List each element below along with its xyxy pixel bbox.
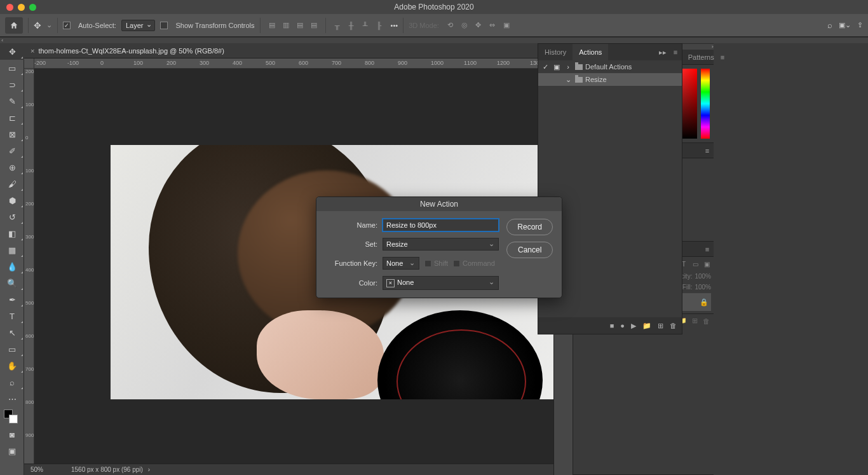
- ruler-vertical[interactable]: 20010001002003004005006007008009001000: [24, 69, 34, 464]
- panel-menu-icon[interactable]: ≡: [701, 242, 714, 256]
- layer-lock-icon: 🔒: [700, 298, 709, 306]
- eyedropper-tool[interactable]: ✐: [0, 142, 24, 159]
- filter-smart-icon[interactable]: ▣: [702, 260, 711, 269]
- document-tab[interactable]: × thom-holmes-Ct_WqIX28EA-unsplash.jpg @…: [24, 43, 231, 59]
- show-transform-label: Show Transform Controls: [175, 22, 254, 29]
- screen-mode-tool[interactable]: ▣: [0, 443, 24, 459]
- toolbox: ✥ ▭ ⊃ ✎ ⊏ ⊠ ✐ ⊕ 🖌 ⬢ ↺ ◧ ▦ 💧 🔍 ✒ T ↖ ▭ ✋ …: [0, 43, 24, 475]
- align-top-icon[interactable]: ▤: [308, 19, 320, 32]
- frame-tool[interactable]: ⊠: [0, 126, 24, 142]
- document-tab-bar: × thom-holmes-Ct_WqIX28EA-unsplash.jpg @…: [24, 43, 553, 59]
- pen-tool[interactable]: ✒: [0, 291, 24, 308]
- options-bar: ✥ ⌄ Auto-Select: Layer Show Transform Co…: [0, 14, 868, 37]
- color-dropdown[interactable]: ×None: [383, 276, 499, 290]
- distribute-left-icon[interactable]: ╟: [373, 19, 386, 32]
- panel-menu-icon[interactable]: ≡: [721, 50, 724, 64]
- stop-icon[interactable]: ■: [610, 322, 614, 329]
- tab-actions[interactable]: Actions: [573, 44, 608, 60]
- cancel-button[interactable]: Cancel: [506, 242, 553, 258]
- record-icon[interactable]: ●: [620, 322, 625, 329]
- delete-action-icon[interactable]: 🗑: [670, 322, 677, 329]
- tab-history[interactable]: History: [538, 44, 573, 60]
- quick-mask-tool[interactable]: ◙: [0, 426, 24, 443]
- window-minimize-icon[interactable]: [18, 4, 25, 11]
- search-icon[interactable]: ⌕: [827, 20, 832, 30]
- panel-menu-icon[interactable]: ≡: [669, 44, 682, 60]
- new-set-icon[interactable]: 📁: [642, 322, 651, 330]
- lasso-tool[interactable]: ⊃: [0, 76, 24, 93]
- color-swatch-tool[interactable]: [0, 407, 24, 426]
- new-action-dialog: New Action Name: Set: Resize Function Ke…: [316, 196, 562, 298]
- quick-select-tool[interactable]: ✎: [0, 93, 24, 109]
- hand-tool[interactable]: ✋: [0, 357, 24, 374]
- healing-tool[interactable]: ⊕: [0, 159, 24, 176]
- dialog-title: New Action: [316, 197, 562, 211]
- path-select-tool[interactable]: ↖: [0, 324, 24, 341]
- more-options-icon[interactable]: •••: [391, 22, 398, 29]
- blur-tool[interactable]: 💧: [0, 258, 24, 275]
- ruler-horizontal[interactable]: -200-10001002003004005006007008009001000…: [34, 59, 553, 69]
- opacity-value[interactable]: 100%: [695, 273, 711, 280]
- distribute-top-icon[interactable]: ╥: [331, 19, 344, 32]
- move-tool[interactable]: ✥: [0, 43, 24, 60]
- color-label: Color:: [325, 279, 377, 287]
- share-icon[interactable]: ⇪: [857, 21, 863, 29]
- zoom-level[interactable]: 50%: [24, 466, 62, 473]
- marquee-tool[interactable]: ▭: [0, 60, 24, 76]
- delete-layer-icon[interactable]: 🗑: [703, 317, 710, 325]
- action-item-default[interactable]: ✓ ▣ › Default Actions: [538, 60, 682, 73]
- zoom-tool[interactable]: ⌕: [0, 374, 24, 390]
- set-label: Set:: [325, 240, 377, 248]
- status-more-icon[interactable]: ›: [148, 466, 150, 473]
- action-toggle-icon[interactable]: ✓: [541, 63, 550, 71]
- workspace-icon[interactable]: ▣⌄: [839, 21, 851, 29]
- close-tab-icon[interactable]: ×: [31, 47, 34, 55]
- panel-collapse-strip[interactable]: ‹‹: [0, 37, 868, 43]
- eraser-tool[interactable]: ◧: [0, 225, 24, 242]
- fill-value[interactable]: 100%: [695, 284, 711, 291]
- fkey-dropdown[interactable]: None: [383, 257, 419, 270]
- distribute-center-v-icon[interactable]: ╫: [345, 19, 358, 32]
- new-layer-icon[interactable]: ⊞: [692, 317, 698, 325]
- auto-select-checkbox[interactable]: [63, 22, 71, 29]
- action-dialog-icon[interactable]: ▣: [552, 63, 561, 71]
- home-button[interactable]: [5, 17, 23, 34]
- gradient-tool[interactable]: ▦: [0, 242, 24, 258]
- command-checkbox: Command: [453, 259, 495, 267]
- type-tool[interactable]: T: [0, 308, 24, 324]
- 3d-roll-icon: ◎: [458, 19, 471, 32]
- panel-menu-icon[interactable]: ≡: [701, 143, 714, 158]
- expand-icon[interactable]: ⌄: [564, 76, 573, 84]
- action-item-resize[interactable]: ⌄ Resize: [538, 73, 682, 86]
- dodge-tool[interactable]: 🔍: [0, 275, 24, 291]
- distribute-bottom-icon[interactable]: ╨: [359, 19, 372, 32]
- shape-tool[interactable]: ▭: [0, 341, 24, 357]
- auto-select-dropdown[interactable]: Layer: [121, 20, 156, 31]
- edit-toolbar[interactable]: ⋯: [0, 390, 24, 407]
- new-action-icon[interactable]: ⊞: [658, 322, 663, 330]
- name-input[interactable]: [383, 219, 499, 231]
- auto-select-label: Auto-Select:: [78, 22, 116, 29]
- crop-tool[interactable]: ⊏: [0, 109, 24, 126]
- tab-patterns[interactable]: Patterns: [682, 50, 721, 64]
- hue-slider[interactable]: [701, 69, 710, 139]
- align-right-icon[interactable]: ▤: [294, 19, 306, 32]
- action-name: Default Actions: [585, 63, 632, 71]
- filter-shape-icon[interactable]: ▭: [691, 260, 700, 269]
- history-brush-tool[interactable]: ↺: [0, 209, 24, 225]
- record-button[interactable]: Record: [506, 219, 553, 235]
- app-title: Adobe Photoshop 2020: [394, 3, 473, 11]
- play-icon[interactable]: ▶: [631, 322, 636, 330]
- show-transform-checkbox[interactable]: [160, 22, 168, 29]
- align-center-h-icon[interactable]: ▥: [280, 19, 292, 32]
- align-left-icon[interactable]: ▤: [266, 19, 278, 32]
- brush-tool[interactable]: 🖌: [0, 176, 24, 192]
- set-dropdown[interactable]: Resize: [383, 238, 499, 251]
- expand-icon[interactable]: ›: [564, 63, 573, 71]
- window-close-icon[interactable]: [6, 4, 13, 11]
- stamp-tool[interactable]: ⬢: [0, 192, 24, 209]
- document-tab-title: thom-holmes-Ct_WqIX28EA-unsplash.jpg @ 5…: [38, 47, 224, 55]
- window-maximize-icon[interactable]: [29, 4, 36, 11]
- panel-collapse-icon[interactable]: ▸▸: [656, 44, 669, 60]
- ruler-corner[interactable]: [24, 59, 34, 69]
